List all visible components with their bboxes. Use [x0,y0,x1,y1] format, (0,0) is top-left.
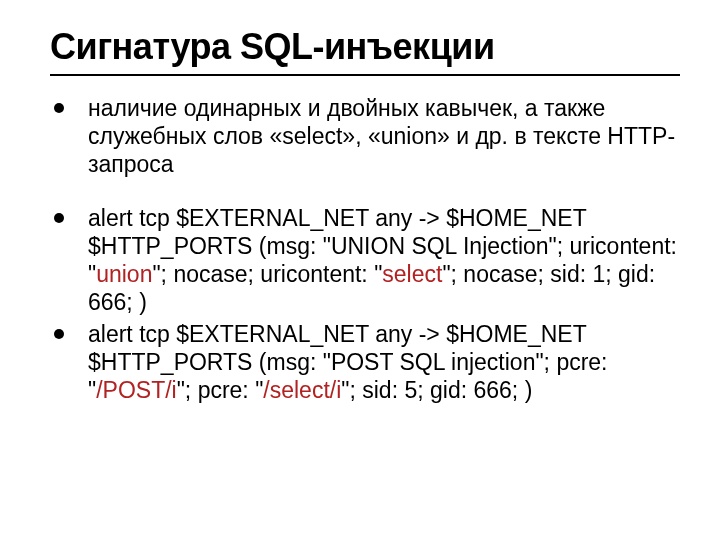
keyword-select: select [382,261,442,287]
keyword-post-regex: /POST/i [96,377,177,403]
list-item: наличие одинарных и двойных кавычек, а т… [50,94,680,178]
bullet-text: наличие одинарных и двойных кавычек, а т… [88,95,675,177]
list-item: alert tcp $EXTERNAL_NET any -> $HOME_NET… [50,204,680,316]
keyword-select-regex: /select/i [263,377,341,403]
slide-title: Сигнатура SQL-инъекции [50,26,680,68]
rule-text-part: "; pcre: " [177,377,264,403]
rule-text-part: "; nocase; uricontent: " [152,261,382,287]
rule-text-part: "; sid: 5; gid: 666; ) [341,377,532,403]
bullet-list: наличие одинарных и двойных кавычек, а т… [50,94,680,404]
keyword-union: union [96,261,152,287]
list-item: alert tcp $EXTERNAL_NET any -> $HOME_NET… [50,320,680,404]
slide: Сигнатура SQL-инъекции наличие одинарных… [0,0,720,540]
title-underline [50,74,680,76]
